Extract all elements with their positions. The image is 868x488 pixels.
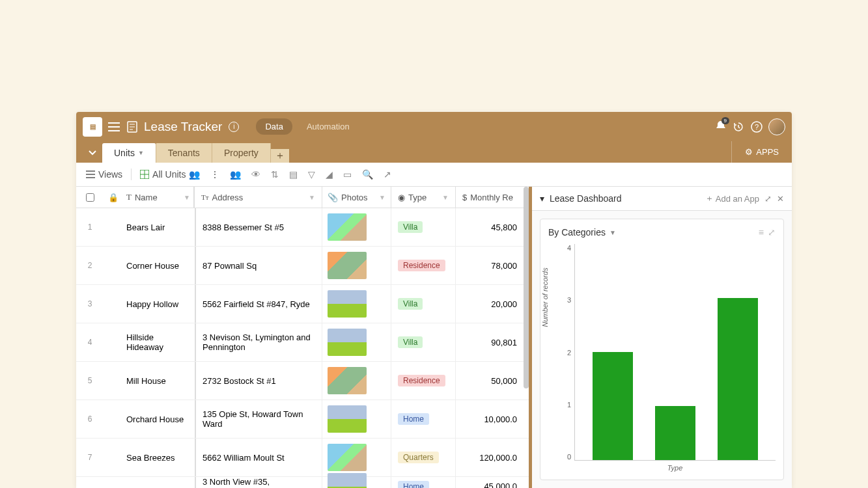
cell-rent[interactable]: 120,000.0 [455, 439, 524, 476]
cell-photo[interactable] [322, 323, 391, 361]
chevron-down-icon[interactable]: ▼ [442, 194, 449, 201]
cell-type[interactable]: Home [391, 477, 455, 488]
avatar[interactable] [768, 118, 785, 135]
cell-name[interactable]: Happy Hollow [123, 285, 195, 323]
cell-rent[interactable]: 10,000.0 [455, 400, 524, 438]
cell-rent[interactable]: 20,000 [455, 285, 524, 323]
table-row[interactable]: 6 Orchard House 135 Opie St, Howard Town… [76, 400, 529, 439]
notif-badge: 9 [721, 117, 729, 124]
cell-address[interactable]: 8388 Bessemer St #5 [195, 208, 322, 246]
cell-address[interactable]: 87 Pownall Sq [195, 247, 322, 284]
info-icon[interactable]: i [229, 122, 239, 132]
chart-expand-icon[interactable]: ⤢ [768, 227, 776, 237]
chart-menu-icon[interactable]: ≡ [759, 227, 764, 237]
history-icon[interactable] [732, 120, 745, 133]
cell-address[interactable]: 5662 William Moult St [195, 439, 322, 476]
filter-icon[interactable]: ▽ [306, 167, 317, 182]
cell-photo[interactable] [322, 400, 391, 438]
cell-rent[interactable]: 78,000 [455, 247, 524, 284]
hamburger-icon[interactable] [107, 120, 120, 133]
sheet-tab-tenants[interactable]: Tenants [156, 143, 212, 163]
hide-icon[interactable]: 👁 [249, 167, 262, 182]
cell-name[interactable]: Orchard House [123, 400, 195, 438]
chevron-down-icon[interactable]: ▼ [309, 194, 315, 201]
cell-photo[interactable] [322, 247, 391, 284]
cell-rent[interactable]: 45,000.0 [455, 477, 524, 488]
chevron-down-icon[interactable]: ▼ [184, 194, 190, 201]
chevron-down-icon[interactable]: ▾ [540, 193, 544, 204]
rows-icon[interactable]: ▤ [287, 167, 300, 182]
cell-name[interactable]: Corner House [123, 247, 195, 284]
col-header-photos[interactable]: 📎 Photos ▼ [322, 187, 391, 208]
export-icon[interactable]: ↗ [382, 167, 393, 182]
add-sheet-button[interactable]: ＋ [271, 149, 289, 163]
search-icon[interactable]: 🔍 [360, 167, 375, 182]
cell-address[interactable]: 135 Opie St, Howard Town Ward [195, 400, 322, 438]
sheet-tab-units[interactable]: Units ▼ [102, 143, 156, 163]
help-icon[interactable]: ? [750, 120, 763, 133]
table-row[interactable]: 4 Hillside Hideaway 3 Nevison St, Lyming… [76, 323, 529, 362]
table-row[interactable]: 1 Bears Lair 8388 Bessemer St #5 Villa 4… [76, 208, 529, 247]
tab-data[interactable]: Data [256, 118, 292, 135]
col-header-type[interactable]: ◉ Type ▼ [391, 187, 455, 208]
cell-photo[interactable] [322, 362, 391, 400]
table-row[interactable]: 3 Happy Hollow 5562 Fairfield St #847, R… [76, 285, 529, 323]
cell-address[interactable]: 3 Nevison St, Lymington and Pennington [195, 323, 322, 361]
chevron-down-icon[interactable]: ▼ [609, 229, 616, 236]
app-logo[interactable]: ▤ [83, 117, 102, 137]
cell-type[interactable]: Residence [391, 362, 455, 400]
cell-type[interactable]: Villa [391, 208, 455, 246]
table-row[interactable]: 2 Corner House 87 Pownall Sq Residence 7… [76, 247, 529, 285]
cell-type[interactable]: Villa [391, 285, 455, 323]
table-row[interactable]: 7 Sea Breezes 5662 William Moult St Quar… [76, 439, 529, 477]
cell-type[interactable]: Home [391, 400, 455, 438]
cell-photo[interactable] [322, 477, 391, 488]
cell-icon[interactable]: ▭ [341, 167, 354, 182]
table-row[interactable]: 5 Mill House 2732 Bostock St #1 Residenc… [76, 362, 529, 400]
cell-name[interactable]: Bears Lair [123, 208, 195, 246]
fill-icon[interactable]: ◢ [324, 167, 335, 182]
chart-bar[interactable] [593, 352, 633, 460]
scrollbar[interactable] [524, 187, 529, 388]
expand-icon[interactable]: ⤢ [764, 194, 772, 204]
col-header-address[interactable]: Tт Address ▼ [195, 187, 322, 208]
table-row[interactable]: 3 North View #35, Burmantofts Home 45,00… [76, 477, 529, 488]
cell-address[interactable]: 2732 Bostock St #1 [195, 362, 322, 400]
cell-photo[interactable] [322, 208, 391, 246]
chevron-down-icon[interactable]: ▼ [379, 194, 385, 201]
grid-body[interactable]: 1 Bears Lair 8388 Bessemer St #5 Villa 4… [76, 208, 529, 488]
apps-button[interactable]: ⚙ APPS [731, 141, 792, 163]
share-icon[interactable]: 👥 [228, 167, 243, 182]
cell-address[interactable]: 3 North View #35, Burmantofts [195, 477, 322, 488]
cell-type[interactable]: Residence [391, 247, 455, 284]
chart-bar[interactable] [655, 406, 695, 460]
cell-name[interactable]: Hillside Hideaway [123, 323, 195, 361]
cell-address[interactable]: 5562 Fairfield St #847, Ryde [195, 285, 322, 323]
cell-type[interactable]: Quarters [391, 439, 455, 476]
sheet-tab-property[interactable]: Property [212, 143, 271, 163]
cell-rent[interactable]: 90,801 [455, 323, 524, 361]
cell-name[interactable]: Mill House [123, 362, 195, 400]
cell-name[interactable]: Sea Breezes [123, 439, 195, 476]
doc-icon[interactable] [126, 120, 139, 133]
notifications-icon[interactable]: 9 [715, 120, 727, 134]
views-button[interactable]: Views [84, 167, 124, 182]
tab-automation[interactable]: Automation [298, 118, 359, 135]
col-header-rent[interactable]: $ Monthly Re [455, 187, 524, 208]
cell-rent[interactable]: 50,000 [455, 362, 524, 400]
all-units-view[interactable]: All Units 👥 [138, 167, 202, 182]
cell-photo[interactable] [322, 439, 391, 476]
sheets-dropdown-icon[interactable] [83, 143, 102, 163]
col-header-name[interactable]: T Name ▼ [123, 187, 195, 208]
more-icon[interactable]: ⋮ [208, 167, 221, 182]
chart-bar[interactable] [718, 298, 758, 460]
select-all-checkbox[interactable] [76, 187, 104, 208]
cell-photo[interactable] [322, 285, 391, 323]
cell-name[interactable] [123, 477, 195, 488]
chart-plot[interactable] [574, 244, 776, 461]
adjust-icon[interactable]: ⇅ [269, 167, 281, 182]
add-app-button[interactable]: ＋ Add an App [705, 193, 759, 204]
cell-rent[interactable]: 45,800 [455, 208, 524, 246]
cell-type[interactable]: Villa [391, 323, 455, 361]
close-icon[interactable]: ✕ [777, 194, 784, 204]
